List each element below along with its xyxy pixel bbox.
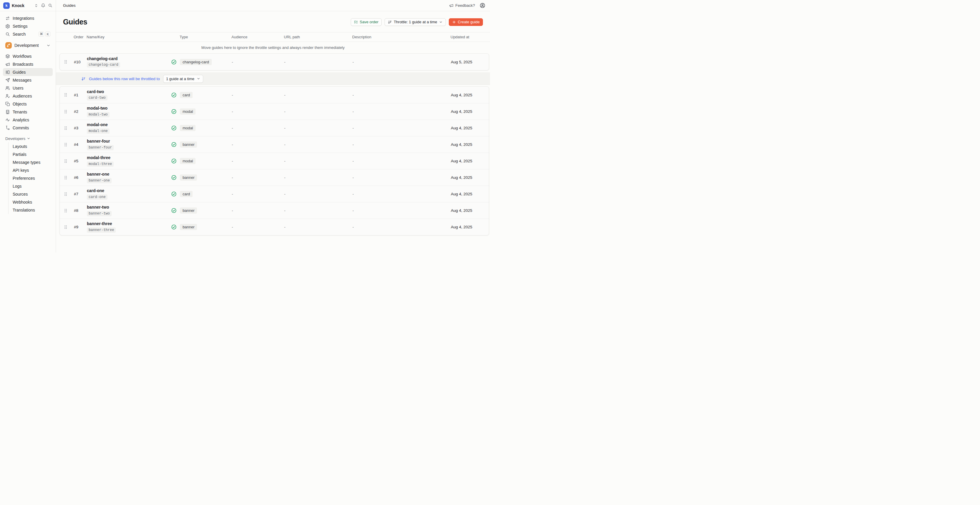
search-icon[interactable] <box>48 3 52 8</box>
sidebar-developers-item[interactable]: Sources <box>8 190 53 198</box>
drag-handle-icon[interactable] <box>63 59 68 64</box>
guide-description: - <box>353 208 451 213</box>
sidebar-item-workflows[interactable]: Workflows <box>3 52 53 60</box>
guide-type-cell: card <box>180 191 232 197</box>
guide-type-cell: banner <box>180 142 232 148</box>
checklist-icon <box>354 20 358 24</box>
sidebar-developers-item[interactable]: Layouts <box>8 142 53 150</box>
drag-handle-icon[interactable] <box>63 126 68 131</box>
sidebar-item-integrations[interactable]: Integrations <box>3 14 53 22</box>
drag-handle-icon[interactable] <box>63 225 68 229</box>
sidebar-item-objects[interactable]: Objects <box>3 100 53 108</box>
sidebar-nav: Integrations Settings Search ⌘K Developm… <box>0 11 56 214</box>
nav-developers-list: Layouts Partials Message types API keys … <box>8 142 53 214</box>
sidebar-item-settings[interactable]: Settings <box>3 22 53 30</box>
workspace-switcher[interactable]: k Knock <box>0 0 56 11</box>
sort-descending-icon <box>81 76 86 81</box>
guide-row[interactable]: #7 card-one card-one card - - - Aug 4, 2… <box>60 186 489 202</box>
main-column: Guides Feedback? Guides Save order <box>56 0 490 253</box>
drag-handle-icon[interactable] <box>63 192 68 196</box>
guide-row[interactable]: #4 banner-four banner-four banner - - - … <box>60 136 489 153</box>
drag-handle-icon[interactable] <box>63 142 68 147</box>
guide-key-badge: banner-one <box>87 178 111 183</box>
create-guide-button[interactable]: Create guide <box>449 18 483 26</box>
guide-row[interactable]: #10 changelog-card changelog-card change… <box>60 54 489 70</box>
guide-key-badge: banner-two <box>87 211 111 216</box>
guide-type-cell: modal <box>180 158 232 164</box>
guide-audience: - <box>232 126 284 130</box>
guide-order: #1 <box>74 93 87 97</box>
sidebar-item-users[interactable]: Users <box>3 84 53 92</box>
sidebar-item-label: Tenants <box>13 110 27 114</box>
sidebar-item-label: Commits <box>13 126 29 130</box>
chevrons-up-down-icon[interactable] <box>34 3 38 8</box>
throttle-dropdown-button[interactable]: Throttle: 1 guide at a time <box>385 18 445 26</box>
guide-name: modal-three <box>87 155 171 160</box>
throttle-amount-value: 1 guide at a time <box>166 76 194 81</box>
guide-type-badge: banner <box>180 224 197 230</box>
sidebar-developers-item[interactable]: API keys <box>8 166 53 174</box>
guide-row[interactable]: #5 modal-three modal-three modal - - - A… <box>60 153 489 169</box>
guide-name: banner-three <box>87 221 171 226</box>
workspace-name: Knock <box>12 3 24 8</box>
save-order-button[interactable]: Save order <box>351 18 382 26</box>
guide-updated-at: Aug 4, 2025 <box>451 126 489 130</box>
sidebar-developers-item[interactable]: Logs <box>8 182 53 190</box>
drag-handle-icon[interactable] <box>63 92 68 97</box>
guide-row[interactable]: #1 card-two card-two card - - - Aug 4, 2… <box>60 87 489 103</box>
environment-switcher[interactable]: Development <box>3 41 53 50</box>
sidebar-developers-item[interactable]: Webhooks <box>8 198 53 206</box>
guide-name-key: modal-three modal-three <box>87 155 171 167</box>
guide-name-key: banner-one banner-one <box>87 172 171 183</box>
guide-row[interactable]: #6 banner-one banner-one banner - - - Au… <box>60 169 489 186</box>
sidebar-developers-item[interactable]: Translations <box>8 206 53 214</box>
column-header-type: Type <box>180 35 231 39</box>
sidebar-item-search[interactable]: Search ⌘K <box>3 30 53 38</box>
guide-type-badge: modal <box>180 125 196 131</box>
sidebar-developers-item[interactable]: Message types <box>8 158 53 166</box>
sidebar-item-label: Messages <box>13 78 32 83</box>
guide-updated-at: Aug 5, 2025 <box>451 60 489 64</box>
guide-description: - <box>353 175 451 180</box>
guide-name-key: modal-one modal-one <box>87 122 171 134</box>
account-menu-button[interactable] <box>480 3 485 8</box>
enabled-check-icon <box>171 158 177 164</box>
sidebar-developers-item[interactable]: Partials <box>8 150 53 158</box>
throttle-divider-label[interactable]: Guides below this row will be throttled … <box>89 76 160 81</box>
chevron-down-icon <box>46 44 50 48</box>
sidebar-item-audiences[interactable]: Audiences <box>3 92 53 100</box>
sidebar-item-commits[interactable]: Commits <box>3 124 53 132</box>
sidebar-item-broadcasts[interactable]: Broadcasts <box>3 60 53 68</box>
guide-type-badge: modal <box>180 158 196 164</box>
page-header: Guides Save order Throttle: 1 guide at a… <box>56 11 490 32</box>
bell-icon[interactable] <box>41 3 45 8</box>
sidebar-item-messages[interactable]: Messages <box>3 76 53 84</box>
guide-audience: - <box>232 93 284 97</box>
sidebar-item-tenants[interactable]: Tenants <box>3 108 53 116</box>
guide-order: #2 <box>74 109 87 114</box>
drag-handle-icon[interactable] <box>63 175 68 180</box>
app-window: k Knock Integrations Settings Search ⌘K … <box>0 0 490 253</box>
developers-section-toggle[interactable]: Developers <box>3 135 53 142</box>
guide-row[interactable]: #8 banner-two banner-two banner - - - Au… <box>60 202 489 218</box>
feedback-button[interactable]: Feedback? <box>449 3 475 8</box>
guide-type-cell: changelog-card <box>180 59 232 65</box>
guide-type-cell: banner <box>180 207 232 213</box>
guide-type-cell: banner <box>180 174 232 181</box>
breadcrumb[interactable]: Guides <box>63 3 76 8</box>
sidebar-item-guides[interactable]: Guides <box>3 68 53 76</box>
guide-row[interactable]: #9 banner-three banner-three banner - - … <box>60 218 489 235</box>
sidebar-developers-item[interactable]: Preferences <box>8 174 53 182</box>
audiences-icon <box>5 94 10 99</box>
drag-handle-icon[interactable] <box>63 159 68 164</box>
knock-logo[interactable]: k <box>3 2 10 9</box>
guide-row[interactable]: #2 modal-two modal-two modal - - - Aug 4… <box>60 103 489 119</box>
sidebar-item-analytics[interactable]: Analytics <box>3 116 53 124</box>
guide-row[interactable]: #3 modal-one modal-one modal - - - Aug 4… <box>60 119 489 136</box>
drag-handle-icon[interactable] <box>63 208 68 213</box>
guide-key-badge: modal-three <box>87 161 114 167</box>
enabled-check-icon <box>171 59 177 65</box>
environment-name: Development <box>14 43 39 48</box>
throttle-amount-select[interactable]: 1 guide at a time <box>163 75 203 83</box>
drag-handle-icon[interactable] <box>63 109 68 114</box>
